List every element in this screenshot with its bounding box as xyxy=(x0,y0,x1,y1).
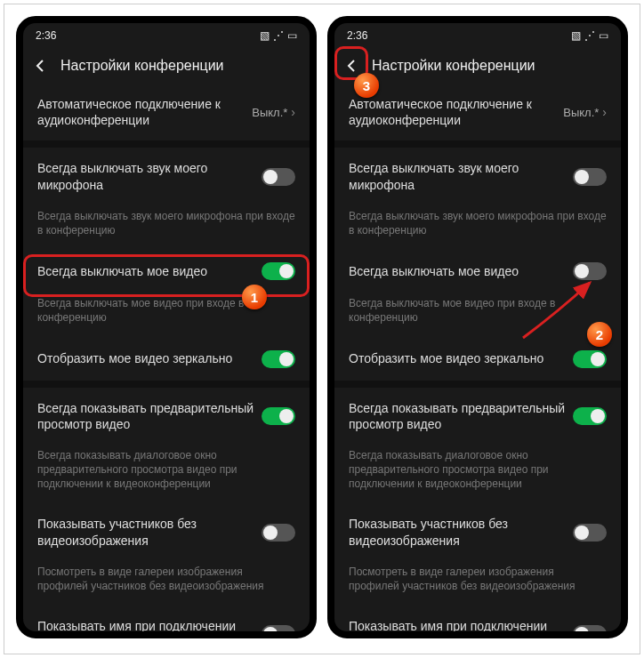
back-button[interactable] xyxy=(30,55,52,76)
row-show-name: Показывать имя при подключении участнико… xyxy=(334,606,621,638)
page-title: Настройки конференции xyxy=(60,58,224,74)
toggle-preview[interactable] xyxy=(262,407,295,425)
row-autoconnect-label: Автоматическое подключение к аудиоконфер… xyxy=(349,96,563,128)
row-mute-mic: Всегда выключать звук моего микрофона xyxy=(23,148,310,205)
row-preview: Всегда показывать предварительный просмо… xyxy=(334,388,621,445)
row-no-video: Показывать участников без видеоизображен… xyxy=(23,503,310,560)
row-autoconnect-value: Выкл.* xyxy=(252,106,287,119)
annotation-callout-2: 2 xyxy=(587,322,612,347)
row-mute-mic: Всегда выключать звук моего микрофона xyxy=(334,148,621,205)
row-mute-mic-desc: Всегда выключать звук моего микрофона пр… xyxy=(334,205,621,250)
toggle-preview[interactable] xyxy=(573,407,607,425)
battery-icon: ▭ xyxy=(287,29,297,42)
chevron-right-icon: › xyxy=(602,105,607,119)
row-no-video-desc: Посмотреть в виде галереи изображения пр… xyxy=(23,561,310,606)
signal-icon: ▧ xyxy=(260,29,270,42)
status-icons: ▧ ⋰ ▭ xyxy=(260,29,297,42)
row-preview: Всегда показывать предварительный просмо… xyxy=(23,388,310,445)
row-autoconnect-label: Автоматическое подключение к аудиоконфер… xyxy=(37,96,252,128)
row-mute-video-label: Всегда выключать мое видео xyxy=(37,263,262,279)
status-bar: 2:36 ▧ ⋰ ▭ xyxy=(334,23,621,48)
row-preview-desc: Всегда показывать диалоговое окно предва… xyxy=(23,445,310,504)
row-show-name: Показывать имя при подключении участнико… xyxy=(23,606,310,638)
row-mute-mic-label: Всегда выключать звук моего микрофона xyxy=(349,160,573,192)
page-title: Настройки конференции xyxy=(372,58,535,74)
row-autoconnect[interactable]: Автоматическое подключение к аудиоконфер… xyxy=(23,84,310,140)
row-mute-video-desc: Всегда выключать мое видео при входе в к… xyxy=(334,293,621,337)
phone-left: 2:36 ▧ ⋰ ▭ Настройки конференции Автомат… xyxy=(16,16,317,638)
header: Настройки конференции xyxy=(23,48,310,84)
row-autoconnect-value: Выкл.* xyxy=(563,106,599,119)
row-mute-video: Всегда выключать мое видео xyxy=(23,250,310,293)
row-preview-label: Всегда показывать предварительный просмо… xyxy=(349,400,573,432)
row-preview-desc: Всегда показывать диалоговое окно предва… xyxy=(334,445,621,504)
toggle-mute-video[interactable] xyxy=(573,262,607,280)
toggle-mirror[interactable] xyxy=(262,350,295,368)
wifi-icon: ⋰ xyxy=(273,29,284,42)
status-icons: ▧ ⋰ ▭ xyxy=(571,29,608,42)
back-button[interactable] xyxy=(342,55,363,76)
toggle-no-video[interactable] xyxy=(573,524,607,542)
row-mute-video-label: Всегда выключать мое видео xyxy=(349,263,573,279)
annotation-callout-1: 1 xyxy=(242,285,267,309)
annotation-callout-3: 3 xyxy=(354,73,379,98)
wifi-icon: ⋰ xyxy=(584,29,595,42)
toggle-mute-mic[interactable] xyxy=(573,168,607,186)
status-time: 2:36 xyxy=(36,29,56,42)
toggle-mirror[interactable] xyxy=(573,350,607,368)
toggle-show-name[interactable] xyxy=(573,625,607,638)
chevron-right-icon: › xyxy=(291,105,295,119)
row-show-name-label: Показывать имя при подключении участнико… xyxy=(37,618,262,638)
row-mirror: Отобразить мое видео зеркально xyxy=(334,338,621,381)
row-mute-video: Всегда выключать мое видео xyxy=(334,250,621,293)
signal-icon: ▧ xyxy=(571,29,581,42)
row-no-video-label: Показывать участников без видеоизображен… xyxy=(349,516,573,548)
toggle-no-video[interactable] xyxy=(262,524,295,542)
header: Настройки конференции xyxy=(334,48,621,84)
row-show-name-label: Показывать имя при подключении участнико… xyxy=(349,618,573,638)
phone-right: 2:36 ▧ ⋰ ▭ Настройки конференции Автомат… xyxy=(327,16,628,638)
row-mirror-label: Отобразить мое видео зеркально xyxy=(349,350,573,366)
row-no-video-label: Показывать участников без видеоизображен… xyxy=(37,516,262,548)
toggle-mute-mic[interactable] xyxy=(262,168,295,186)
row-mirror: Отобразить мое видео зеркально xyxy=(23,338,310,381)
row-mute-mic-desc: Всегда выключать звук моего микрофона пр… xyxy=(23,205,310,250)
row-mirror-label: Отобразить мое видео зеркально xyxy=(37,350,262,366)
toggle-mute-video[interactable] xyxy=(262,262,295,280)
status-bar: 2:36 ▧ ⋰ ▭ xyxy=(23,23,310,48)
toggle-show-name[interactable] xyxy=(262,625,295,638)
status-time: 2:36 xyxy=(347,29,367,42)
battery-icon: ▭ xyxy=(599,29,608,42)
row-mute-mic-label: Всегда выключать звук моего микрофона xyxy=(37,160,262,192)
row-no-video: Показывать участников без видеоизображен… xyxy=(334,503,621,560)
row-preview-label: Всегда показывать предварительный просмо… xyxy=(37,400,262,432)
row-autoconnect[interactable]: Автоматическое подключение к аудиоконфер… xyxy=(334,84,621,140)
row-no-video-desc: Посмотреть в виде галереи изображения пр… xyxy=(334,561,621,606)
